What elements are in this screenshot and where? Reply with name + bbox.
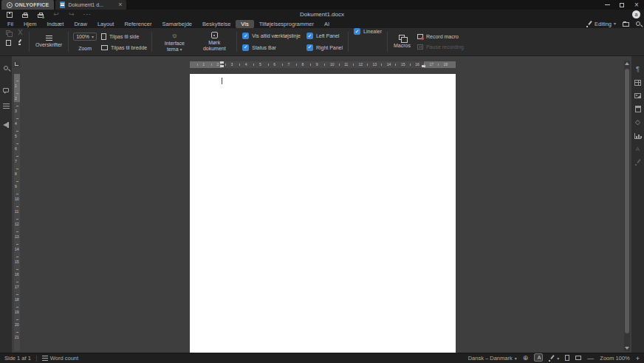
scrollbar-thumb[interactable] [625,69,629,333]
redo-button[interactable] [67,10,76,19]
fit-to-page-status-button[interactable] [565,355,569,362]
close-button[interactable]: × [629,0,644,10]
zoom-in-button[interactable]: + [636,355,640,362]
left-indent-marker[interactable] [220,65,224,67]
shape-settings-button[interactable] [634,118,643,126]
feedback-support-button[interactable] [1,121,10,129]
print-button[interactable] [21,10,30,19]
header-footer-settings-button[interactable] [634,105,643,113]
ribbon-divider [151,32,152,52]
zoom-value: 100% [76,34,89,39]
headings-button[interactable]: Overskrifter [32,28,66,55]
cut-button[interactable] [17,29,23,36]
macro-recording-group: Record macro Pause recording [414,28,467,55]
vertical-scrollbar[interactable] [624,61,630,351]
track-changes-pen-icon [549,355,555,362]
checkbox-always-show-toolbar[interactable]: Vis altid værktøjslinje [242,33,301,39]
right-panel [631,56,644,353]
chevron-down-icon [557,356,559,361]
checkbox-status-bar[interactable]: Status Bar [242,44,301,51]
spell-checking-button[interactable] [534,353,543,363]
find-button[interactable] [1,64,10,72]
signature-settings-button[interactable] [634,158,643,166]
chart-settings-button[interactable] [634,132,643,140]
fit-to-width-status-button[interactable] [575,355,581,362]
copy-icon [6,30,10,35]
language-selector[interactable]: Dansk – Danmark [468,355,517,362]
word-count-button[interactable]: Word count [42,355,78,362]
text-art-settings-button[interactable] [634,145,643,153]
tab-beskyttelse[interactable]: Beskyttelse [197,20,236,28]
scroll-up-button[interactable] [625,61,629,67]
dark-document-button[interactable]: Mørk dokument [194,28,234,55]
save-button[interactable] [5,10,14,19]
tab-draw[interactable]: Draw [69,20,92,28]
comments-button[interactable] [1,86,10,95]
image-settings-button[interactable] [634,92,643,100]
macros-button[interactable]: Macros [390,28,414,55]
word-count-label: Word count [50,355,78,362]
tab-hjem[interactable]: Hjem [18,20,42,28]
tab-layout[interactable]: Layout [92,20,120,28]
open-file-location-button[interactable] [623,20,629,28]
tab-fil[interactable]: Fil [2,20,18,28]
copy-button[interactable] [6,30,10,35]
checkbox-icon [354,28,360,35]
checkbox-icon [306,44,313,51]
tab-close-icon[interactable]: × [118,1,122,8]
tab-vis[interactable]: Vis [236,20,253,28]
tab-indsaet[interactable]: Indsæt [41,20,69,28]
interface-theme-button[interactable]: Interface tema [154,28,194,55]
record-macro-label: Record macro [426,34,459,39]
onlyoffice-main-tab[interactable]: ONLYOFFICE [1,0,54,10]
tab-referencer[interactable]: Referencer [119,20,157,28]
scroll-down-button[interactable] [625,345,629,351]
onlyoffice-document-editor: ONLYOFFICE Dokument1 d... × × Dokument1.… [0,0,644,363]
undo-button[interactable] [52,10,61,19]
paste-button[interactable] [6,40,11,47]
user-avatar[interactable]: a [632,10,640,18]
navigation-button[interactable] [1,101,10,110]
checkbox-left-panel[interactable]: Left Panel [306,33,343,39]
page-indicator[interactable]: Side 1 af 1 [4,355,31,362]
headings-list-icon [3,104,10,109]
zoom-level-label[interactable]: Zoom 100% [600,355,629,362]
vertical-ruler[interactable]: 123456789101112131415161718192021 [14,74,20,351]
document-page[interactable] [190,74,456,353]
minimize-button[interactable] [600,0,614,10]
text-art-icon [636,146,640,152]
fit-to-page-button[interactable]: Tilpas til side [101,33,147,40]
ribbon-divider [68,32,69,52]
customize-toolbar-button[interactable] [83,10,92,19]
title-bar: Dokument1.docx a [0,10,644,19]
table-settings-button[interactable] [634,78,643,86]
document-file-icon [60,1,65,8]
track-changes-button[interactable] [549,355,559,362]
pause-recording-button[interactable]: Pause recording [417,44,464,50]
quick-print-button[interactable] [36,10,45,19]
tab-samarbejde[interactable]: Samarbejde [157,20,197,28]
zoom-dropdown[interactable]: 100% [73,33,97,41]
chevron-down-icon [614,21,616,26]
checkbox-right-panel[interactable]: Right Panel [306,44,343,51]
megaphone-icon [3,122,10,128]
first-line-indent-marker[interactable] [220,61,224,64]
checkbox-rulers[interactable]: Linealer [354,28,382,35]
maximize-button[interactable] [614,0,629,10]
search-button[interactable] [636,21,640,27]
document-language-button[interactable] [523,355,529,362]
document-tab[interactable]: Dokument1 d... × [55,0,126,10]
fit-to-width-button[interactable]: Tilpas til bredde [101,45,147,50]
record-macro-button[interactable]: Record macro [417,34,459,39]
copy-style-button[interactable] [17,39,23,47]
editing-mode-button[interactable]: Editing [586,21,616,27]
tab-stop-selector[interactable] [13,60,21,68]
tab-tilfojelsesprogrammer[interactable]: Tilføjelsesprogrammer [254,20,319,28]
paragraph-settings-button[interactable] [634,65,643,73]
tab-ai[interactable]: AI [319,20,335,28]
horizontal-ruler[interactable]: 123456789101112131415161718 [190,61,456,68]
arrow-down-icon [625,347,629,350]
chevron-down-icon [92,35,94,39]
fit-width-icon [575,356,581,360]
zoom-out-button[interactable]: — [587,355,594,362]
